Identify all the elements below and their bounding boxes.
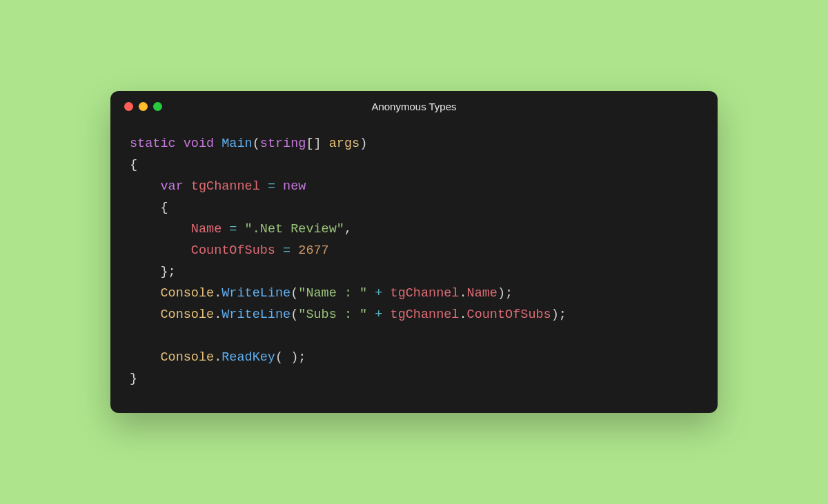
keyword-var: var — [160, 179, 183, 194]
method-readkey: ReadKey — [221, 350, 275, 365]
identifier-tgchannel: tgChannel — [191, 179, 260, 194]
close-icon[interactable] — [124, 102, 133, 111]
keyword-new: new — [283, 179, 306, 194]
class-console-2: Console — [160, 308, 214, 322]
editor-window: Anonymous Types static void Main(string[… — [110, 91, 718, 414]
paren-close-2: ) — [497, 286, 505, 301]
type-string: string — [260, 137, 306, 151]
param-args: args — [329, 137, 359, 151]
traffic-lights — [124, 102, 162, 111]
dot-3: . — [214, 308, 221, 322]
string-subs: "Subs : " — [298, 308, 367, 322]
semi-3: ; — [298, 350, 306, 365]
paren-open-4: ( — [275, 350, 283, 365]
paren-close: ) — [359, 137, 367, 151]
function-main: Main — [221, 137, 252, 151]
string-name: "Name : " — [298, 286, 367, 301]
class-console-3: Console — [160, 350, 214, 365]
op-plus-2: + — [375, 308, 382, 322]
dot-4: . — [459, 308, 466, 322]
minimize-icon[interactable] — [139, 102, 148, 111]
dot-1: . — [214, 286, 221, 301]
maximize-icon[interactable] — [153, 102, 162, 111]
semi-1: ; — [505, 286, 513, 301]
class-console-1: Console — [160, 286, 214, 301]
string-netreview: ".Net Review" — [245, 222, 344, 236]
number-2677: 2677 — [298, 243, 328, 258]
paren-open: ( — [253, 137, 260, 151]
init-brace-open: { — [160, 201, 168, 215]
code-area[interactable]: static void Main(string[] args) { var tg… — [110, 117, 718, 414]
paren-open-2: ( — [290, 286, 298, 301]
prop-countofsubs: CountOfSubs — [191, 243, 275, 258]
comma: , — [344, 222, 352, 236]
identifier-tgchannel-3: tgChannel — [391, 308, 460, 322]
method-writeline-1: WriteLine — [221, 286, 290, 301]
op-assign: = — [268, 179, 275, 194]
op-assign-3: = — [283, 243, 290, 258]
brace-close: } — [130, 372, 137, 386]
dot-5: . — [214, 350, 221, 365]
brackets: [] — [306, 137, 321, 151]
keyword-void: void — [184, 137, 214, 151]
semi-2: ; — [559, 308, 566, 322]
paren-open-3: ( — [290, 308, 298, 322]
brace-open: { — [130, 158, 137, 172]
keyword-static: static — [130, 137, 176, 151]
identifier-tgchannel-2: tgChannel — [391, 286, 460, 301]
prop-countofsubs-ref: CountOfSubs — [467, 308, 551, 322]
paren-close-4: ) — [290, 350, 298, 365]
space — [283, 350, 290, 365]
op-plus-1: + — [375, 286, 382, 301]
paren-close-3: ) — [551, 308, 559, 322]
prop-name-ref: Name — [467, 286, 497, 301]
dot-2: . — [459, 286, 466, 301]
titlebar: Anonymous Types — [110, 91, 718, 117]
window-title: Anonymous Types — [110, 101, 718, 112]
op-assign-2: = — [229, 222, 237, 236]
init-brace-close: }; — [160, 265, 175, 279]
method-writeline-2: WriteLine — [221, 308, 290, 322]
prop-name: Name — [191, 222, 221, 236]
